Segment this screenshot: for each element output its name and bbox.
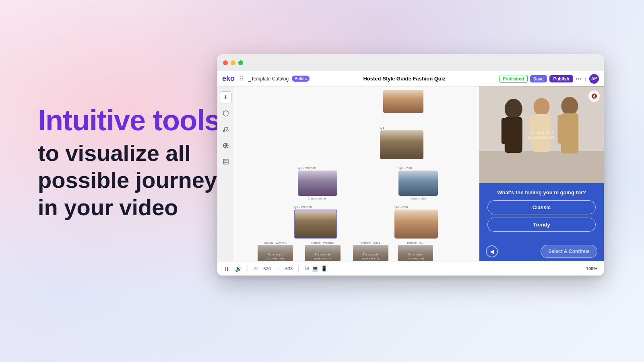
node-results-m1[interactable]: Results - Men1 For examplepurposes only … <box>353 241 388 261</box>
svg-rect-25 <box>557 115 565 144</box>
preview-nav-row: ◀ Select & Continue <box>479 242 604 261</box>
canvas-area[interactable]: Q1 Q2 - Women Classic Women Q2 - Men Cla… <box>234 86 479 261</box>
preview-panel: 🔇 For examplepurposes only What's the fe… <box>479 86 604 261</box>
connector-lines <box>234 86 355 147</box>
preview-video-area: 🔇 For examplepurposes only <box>479 86 604 183</box>
node-q1[interactable]: Q1 <box>380 126 423 160</box>
main-area: + <box>217 86 604 261</box>
choice-trendy-button[interactable]: Trendy <box>487 218 596 232</box>
title-bar <box>217 54 604 71</box>
volume-button[interactable]: 🔊 <box>235 265 242 272</box>
toolbar-divider-1 <box>248 265 248 272</box>
preview-question-area: What's the feeling you're going for? Cla… <box>479 183 604 239</box>
sheets-tool-button[interactable] <box>220 156 232 168</box>
width-value: 520 <box>263 266 270 271</box>
laptop-icon[interactable]: 💻 <box>312 265 318 272</box>
upload-icon[interactable]: ↑ <box>584 76 587 82</box>
node-top[interactable] <box>383 90 423 114</box>
nav-bar: eko ⠿ _Template Catalog Public Hosted St… <box>217 71 604 86</box>
svg-rect-22 <box>542 116 549 143</box>
project-title: Hosted Style Guide Fashion Quiz <box>313 76 496 82</box>
node-results-m2[interactable]: Results - M... For examplepurposes only … <box>398 241 433 261</box>
save-button[interactable]: Save <box>530 75 547 82</box>
add-node-button[interactable]: + <box>220 91 232 103</box>
svg-point-19 <box>534 98 550 116</box>
toolbar-divider-2 <box>298 265 299 272</box>
play-pause-button[interactable]: ⏸ <box>224 265 229 272</box>
question-text: What's the feeling you're going for? <box>487 189 596 195</box>
maximize-dot[interactable] <box>238 60 243 65</box>
svg-point-23 <box>561 97 578 115</box>
svg-rect-14 <box>479 151 604 183</box>
bottom-toolbar: ⏸ 🔊 W 520 H 633 🖥 💻 📱 100% <box>217 261 604 276</box>
svg-point-0 <box>223 130 225 132</box>
preview-continue-button[interactable]: Select & Continue <box>541 245 597 258</box>
svg-rect-17 <box>502 118 510 144</box>
left-toolbar: + <box>217 86 234 261</box>
publish-button[interactable]: Publish <box>549 75 574 82</box>
svg-point-1 <box>227 130 228 131</box>
headline-dark: to visualize all possible journeys in yo… <box>38 140 239 221</box>
shield-tool-button[interactable] <box>220 107 232 119</box>
preview-video-background <box>479 86 604 183</box>
svg-rect-26 <box>570 115 578 144</box>
svg-rect-18 <box>514 118 522 144</box>
preview-back-button[interactable]: ◀ <box>486 245 498 257</box>
app-window: eko ⠿ _Template Catalog Public Hosted St… <box>217 54 604 276</box>
published-button[interactable]: Published <box>499 75 528 83</box>
music-tool-button[interactable] <box>220 123 232 136</box>
left-text-section: Intuitive tools to visualize all possibl… <box>38 105 239 221</box>
desktop-icon[interactable]: 🖥 <box>304 265 310 272</box>
user-avatar[interactable]: AP <box>589 74 599 84</box>
zoom-level: 100% <box>586 266 597 271</box>
close-dot[interactable] <box>223 60 228 65</box>
width-label: W <box>254 266 258 271</box>
node-q3-women[interactable]: Q3 - Women <box>294 205 337 240</box>
node-results-w1[interactable]: Results - Women1 For examplepurposes onl… <box>258 241 293 261</box>
mobile-icon[interactable]: 📱 <box>321 265 327 272</box>
mute-button[interactable]: 🔇 <box>588 90 600 102</box>
breadcrumb-template[interactable]: _Template Catalog <box>248 76 289 82</box>
svg-rect-21 <box>530 116 537 143</box>
nav-right-controls: Published Save Publish ••• ↑ AP <box>499 74 599 84</box>
node-results-w2[interactable]: Results - Women2 For examplepurposes onl… <box>305 241 341 261</box>
svg-rect-3 <box>223 159 228 164</box>
window-controls <box>223 60 243 65</box>
minimize-dot[interactable] <box>231 60 235 65</box>
more-options-icon[interactable]: ••• <box>576 76 582 82</box>
height-value: 633 <box>285 266 293 271</box>
height-label: H <box>277 266 280 271</box>
svg-point-15 <box>505 99 522 119</box>
choice-classic-button[interactable]: Classic <box>487 200 596 214</box>
headline-colored: Intuitive tools <box>38 105 239 136</box>
grid-icon: ⠿ <box>239 76 244 82</box>
node-q2-women[interactable]: Q2 - Women Classic Women <box>298 166 337 200</box>
globe-tool-button[interactable] <box>220 140 232 152</box>
node-q3-men[interactable]: Q3 - Men <box>394 205 438 240</box>
public-badge: Public <box>292 76 310 82</box>
node-q2-men[interactable]: Q2 - Men Classic Men <box>398 166 438 200</box>
app-logo[interactable]: eko <box>222 74 235 83</box>
device-icons: 🖥 💻 📱 <box>304 265 327 272</box>
